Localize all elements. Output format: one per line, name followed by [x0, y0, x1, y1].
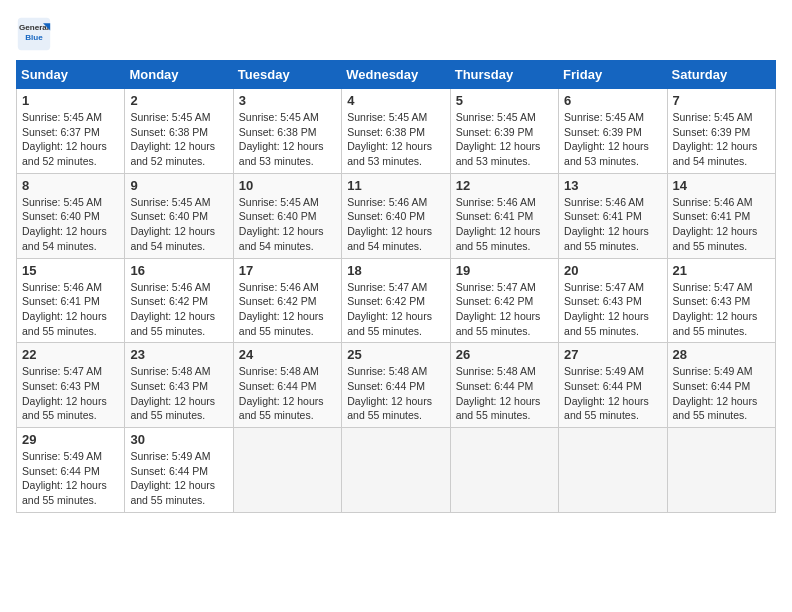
day-number: 13 — [564, 178, 661, 193]
sunset-label: Sunset: 6:44 PM — [22, 465, 100, 477]
day-number: 2 — [130, 93, 227, 108]
daylight-label: Daylight: 12 hours and 55 minutes. — [673, 310, 758, 337]
sunset-label: Sunset: 6:40 PM — [130, 210, 208, 222]
sunrise-label: Sunrise: 5:45 AM — [130, 111, 210, 123]
day-info: Sunrise: 5:49 AM Sunset: 6:44 PM Dayligh… — [673, 364, 770, 423]
sunset-label: Sunset: 6:39 PM — [564, 126, 642, 138]
sunset-label: Sunset: 6:40 PM — [22, 210, 100, 222]
daylight-label: Daylight: 12 hours and 54 minutes. — [239, 225, 324, 252]
day-number: 12 — [456, 178, 553, 193]
day-number: 22 — [22, 347, 119, 362]
day-info: Sunrise: 5:46 AM Sunset: 6:41 PM Dayligh… — [22, 280, 119, 339]
calendar-header-row: SundayMondayTuesdayWednesdayThursdayFrid… — [17, 61, 776, 89]
daylight-label: Daylight: 12 hours and 53 minutes. — [239, 140, 324, 167]
calendar-cell: 16 Sunrise: 5:46 AM Sunset: 6:42 PM Dayl… — [125, 258, 233, 343]
calendar-cell: 15 Sunrise: 5:46 AM Sunset: 6:41 PM Dayl… — [17, 258, 125, 343]
daylight-label: Daylight: 12 hours and 55 minutes. — [22, 479, 107, 506]
calendar-cell: 13 Sunrise: 5:46 AM Sunset: 6:41 PM Dayl… — [559, 173, 667, 258]
day-of-week-header: Friday — [559, 61, 667, 89]
calendar-cell: 2 Sunrise: 5:45 AM Sunset: 6:38 PM Dayli… — [125, 89, 233, 174]
calendar-cell: 11 Sunrise: 5:46 AM Sunset: 6:40 PM Dayl… — [342, 173, 450, 258]
day-info: Sunrise: 5:46 AM Sunset: 6:41 PM Dayligh… — [673, 195, 770, 254]
sunrise-label: Sunrise: 5:45 AM — [239, 111, 319, 123]
calendar-cell: 23 Sunrise: 5:48 AM Sunset: 6:43 PM Dayl… — [125, 343, 233, 428]
calendar-cell: 18 Sunrise: 5:47 AM Sunset: 6:42 PM Dayl… — [342, 258, 450, 343]
calendar-cell — [342, 428, 450, 513]
day-info: Sunrise: 5:45 AM Sunset: 6:40 PM Dayligh… — [22, 195, 119, 254]
day-number: 28 — [673, 347, 770, 362]
calendar-cell: 29 Sunrise: 5:49 AM Sunset: 6:44 PM Dayl… — [17, 428, 125, 513]
day-info: Sunrise: 5:49 AM Sunset: 6:44 PM Dayligh… — [22, 449, 119, 508]
day-info: Sunrise: 5:45 AM Sunset: 6:38 PM Dayligh… — [347, 110, 444, 169]
sunrise-label: Sunrise: 5:46 AM — [239, 281, 319, 293]
day-info: Sunrise: 5:48 AM Sunset: 6:43 PM Dayligh… — [130, 364, 227, 423]
sunrise-label: Sunrise: 5:46 AM — [347, 196, 427, 208]
daylight-label: Daylight: 12 hours and 55 minutes. — [22, 310, 107, 337]
sunrise-label: Sunrise: 5:49 AM — [22, 450, 102, 462]
sunrise-label: Sunrise: 5:46 AM — [130, 281, 210, 293]
sunset-label: Sunset: 6:42 PM — [347, 295, 425, 307]
calendar-cell — [233, 428, 341, 513]
logo: General Blue — [16, 16, 56, 52]
day-info: Sunrise: 5:45 AM Sunset: 6:39 PM Dayligh… — [673, 110, 770, 169]
sunset-label: Sunset: 6:37 PM — [22, 126, 100, 138]
sunrise-label: Sunrise: 5:48 AM — [130, 365, 210, 377]
daylight-label: Daylight: 12 hours and 52 minutes. — [130, 140, 215, 167]
sunset-label: Sunset: 6:40 PM — [239, 210, 317, 222]
sunrise-label: Sunrise: 5:47 AM — [456, 281, 536, 293]
calendar-cell — [667, 428, 775, 513]
calendar-cell: 12 Sunrise: 5:46 AM Sunset: 6:41 PM Dayl… — [450, 173, 558, 258]
day-info: Sunrise: 5:45 AM Sunset: 6:40 PM Dayligh… — [130, 195, 227, 254]
day-info: Sunrise: 5:45 AM Sunset: 6:38 PM Dayligh… — [130, 110, 227, 169]
day-number: 16 — [130, 263, 227, 278]
day-number: 3 — [239, 93, 336, 108]
svg-text:Blue: Blue — [25, 33, 43, 42]
day-number: 17 — [239, 263, 336, 278]
daylight-label: Daylight: 12 hours and 55 minutes. — [130, 479, 215, 506]
sunset-label: Sunset: 6:43 PM — [130, 380, 208, 392]
day-number: 20 — [564, 263, 661, 278]
daylight-label: Daylight: 12 hours and 53 minutes. — [456, 140, 541, 167]
day-info: Sunrise: 5:47 AM Sunset: 6:43 PM Dayligh… — [22, 364, 119, 423]
day-of-week-header: Tuesday — [233, 61, 341, 89]
day-number: 25 — [347, 347, 444, 362]
calendar-cell: 21 Sunrise: 5:47 AM Sunset: 6:43 PM Dayl… — [667, 258, 775, 343]
logo-icon: General Blue — [16, 16, 52, 52]
day-number: 23 — [130, 347, 227, 362]
daylight-label: Daylight: 12 hours and 55 minutes. — [22, 395, 107, 422]
sunset-label: Sunset: 6:41 PM — [564, 210, 642, 222]
sunset-label: Sunset: 6:38 PM — [239, 126, 317, 138]
daylight-label: Daylight: 12 hours and 54 minutes. — [347, 225, 432, 252]
day-number: 26 — [456, 347, 553, 362]
daylight-label: Daylight: 12 hours and 54 minutes. — [673, 140, 758, 167]
sunrise-label: Sunrise: 5:47 AM — [347, 281, 427, 293]
sunset-label: Sunset: 6:43 PM — [564, 295, 642, 307]
day-info: Sunrise: 5:45 AM Sunset: 6:40 PM Dayligh… — [239, 195, 336, 254]
sunrise-label: Sunrise: 5:45 AM — [130, 196, 210, 208]
day-number: 9 — [130, 178, 227, 193]
day-info: Sunrise: 5:46 AM Sunset: 6:41 PM Dayligh… — [564, 195, 661, 254]
sunrise-label: Sunrise: 5:45 AM — [564, 111, 644, 123]
calendar-cell: 26 Sunrise: 5:48 AM Sunset: 6:44 PM Dayl… — [450, 343, 558, 428]
sunset-label: Sunset: 6:41 PM — [22, 295, 100, 307]
day-number: 29 — [22, 432, 119, 447]
sunrise-label: Sunrise: 5:46 AM — [673, 196, 753, 208]
sunset-label: Sunset: 6:42 PM — [130, 295, 208, 307]
daylight-label: Daylight: 12 hours and 55 minutes. — [130, 310, 215, 337]
sunset-label: Sunset: 6:39 PM — [673, 126, 751, 138]
calendar-cell: 20 Sunrise: 5:47 AM Sunset: 6:43 PM Dayl… — [559, 258, 667, 343]
day-info: Sunrise: 5:49 AM Sunset: 6:44 PM Dayligh… — [564, 364, 661, 423]
svg-text:General: General — [19, 23, 49, 32]
calendar-cell: 30 Sunrise: 5:49 AM Sunset: 6:44 PM Dayl… — [125, 428, 233, 513]
calendar-cell: 17 Sunrise: 5:46 AM Sunset: 6:42 PM Dayl… — [233, 258, 341, 343]
daylight-label: Daylight: 12 hours and 55 minutes. — [456, 395, 541, 422]
day-info: Sunrise: 5:46 AM Sunset: 6:41 PM Dayligh… — [456, 195, 553, 254]
sunrise-label: Sunrise: 5:45 AM — [22, 111, 102, 123]
day-info: Sunrise: 5:49 AM Sunset: 6:44 PM Dayligh… — [130, 449, 227, 508]
calendar-cell: 24 Sunrise: 5:48 AM Sunset: 6:44 PM Dayl… — [233, 343, 341, 428]
calendar-cell — [450, 428, 558, 513]
daylight-label: Daylight: 12 hours and 55 minutes. — [239, 395, 324, 422]
daylight-label: Daylight: 12 hours and 55 minutes. — [456, 225, 541, 252]
day-of-week-header: Monday — [125, 61, 233, 89]
daylight-label: Daylight: 12 hours and 53 minutes. — [564, 140, 649, 167]
